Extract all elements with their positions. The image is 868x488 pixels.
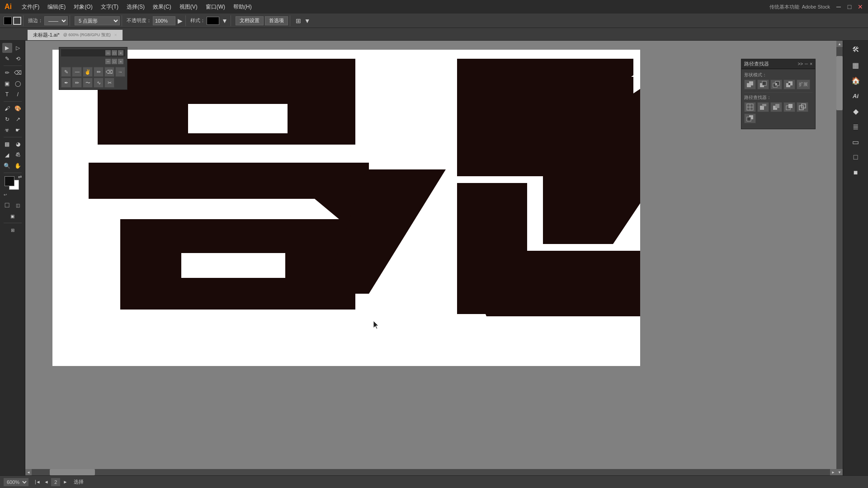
normal-mode-btn[interactable]: □ [2, 200, 12, 210]
scale-tool[interactable]: ↗ [13, 114, 23, 124]
arrangement-icon[interactable]: ⊞ [295, 17, 302, 24]
stroke-type-select[interactable]: —— [44, 16, 68, 25]
float-panel-expand[interactable]: □ [112, 50, 117, 56]
float-panel-close[interactable]: × [118, 50, 123, 56]
brush-tool-6[interactable]: → [115, 67, 125, 77]
artboard-tool[interactable]: ⊞ [8, 225, 18, 235]
float-panel-min2[interactable]: ─ [105, 59, 111, 64]
width-tool[interactable]: ☛ [13, 125, 23, 135]
pen-tool-f[interactable]: ✒ [61, 78, 71, 88]
menu-file[interactable]: 文件(F) [18, 2, 43, 12]
scrollbar-bottom[interactable]: ◄ ► [25, 469, 836, 475]
trim-button[interactable] [757, 102, 769, 112]
brush-tool-2[interactable]: ⸻ [72, 67, 82, 77]
unite-button[interactable] [744, 80, 756, 89]
layers-icon[interactable]: ▦ [849, 58, 863, 72]
menu-select[interactable]: 选择(S) [123, 2, 148, 12]
anchor-tool-f[interactable]: ✏ [72, 78, 82, 88]
menu-effect[interactable]: 效果(C) [149, 2, 175, 12]
smooth-tool-f[interactable]: 〜 [83, 78, 93, 88]
transform-icon[interactable]: ▭ [849, 135, 863, 149]
brush-tool[interactable]: 🖌 [2, 103, 12, 113]
pathfinder-panel-minimize[interactable]: ─ [805, 61, 808, 66]
first-pref-button[interactable]: 首选项 [265, 16, 288, 25]
scrollbar-right[interactable]: ▲ ▼ [836, 41, 843, 475]
pen-tool[interactable]: ✎ [2, 54, 12, 64]
next-page-button[interactable]: ► [62, 479, 68, 484]
swatches-icon[interactable]: ■ [849, 165, 863, 180]
merge-button[interactable] [770, 102, 782, 112]
document-tab[interactable]: 未标题-1.ai* @ 600% (RGB/GPU 预览) × [27, 29, 123, 40]
rect-tool[interactable]: ▣ [2, 79, 12, 89]
scroll-right-button[interactable]: ► [830, 469, 836, 475]
stroke-swatch[interactable] [13, 17, 21, 25]
minimize-button[interactable]: ─ [834, 2, 844, 12]
close-button[interactable]: ✕ [855, 2, 865, 12]
first-page-button[interactable]: |◄ [34, 479, 42, 484]
menu-help[interactable]: 帮助(H) [230, 2, 255, 12]
adobe-stock[interactable]: Adobe Stock [802, 4, 830, 9]
opacity-input[interactable] [153, 16, 175, 25]
line-tool[interactable]: / [13, 89, 23, 99]
eyedropper-tool[interactable]: 🖏 [13, 150, 23, 160]
workspace-label[interactable]: 传统基本功能 [769, 4, 799, 10]
blob-brush-tool[interactable]: 🎨 [13, 103, 23, 113]
warp-tool[interactable]: ☣ [2, 125, 12, 135]
exclude-button[interactable] [783, 80, 795, 89]
reset-colors-icon[interactable]: ↩ [4, 192, 7, 197]
menu-view[interactable]: 视图(V) [176, 2, 201, 12]
libraries-icon[interactable]: 🏠 [849, 73, 863, 88]
arrangement-arrow-icon[interactable]: ▼ [303, 17, 311, 24]
style-arrow-icon[interactable]: ▼ [221, 17, 229, 24]
minus-front-button[interactable] [757, 80, 769, 89]
canvas-area[interactable]: ─ □ × ─ □ × ✎ ⸻ ✌ ✏ ⌫ → [25, 41, 843, 475]
gradient-tool[interactable]: ◢ [2, 150, 12, 160]
eraser-tool[interactable]: ⌫ [13, 68, 23, 78]
swap-colors-icon[interactable]: ⇄ [18, 174, 22, 179]
expand-button[interactable]: 扩展 [797, 80, 810, 89]
path-tool-f[interactable]: ∿ [94, 78, 104, 88]
menu-window[interactable]: 窗口(W) [202, 2, 229, 12]
brush-tool-5[interactable]: ⌫ [104, 67, 114, 77]
style-swatch[interactable] [207, 17, 219, 25]
maximize-button[interactable]: □ [844, 2, 854, 12]
properties-icon[interactable]: 🛠 [849, 42, 863, 57]
zoom-tool[interactable]: 🔍 [2, 161, 12, 171]
foreground-color-swatch[interactable] [5, 176, 14, 186]
scroll-left-button[interactable]: ◄ [25, 469, 32, 475]
lasso-tool[interactable]: ⟲ [13, 54, 23, 64]
pathfinder-icon[interactable]: □ [849, 150, 863, 164]
draw-inside-btn[interactable]: ◫ [13, 200, 23, 210]
scroll-down-button[interactable]: ▼ [836, 469, 843, 475]
outline-button[interactable] [797, 102, 808, 112]
fill-swatch[interactable] [4, 17, 12, 25]
scroll-track-horizontal[interactable] [32, 469, 830, 475]
page-number-input[interactable] [51, 478, 60, 486]
intersect-button[interactable] [770, 80, 782, 89]
text-tool[interactable]: T [2, 89, 12, 99]
menu-object[interactable]: 对象(O) [70, 2, 96, 12]
prev-page-button[interactable]: ◄ [43, 479, 50, 484]
menu-text[interactable]: 文字(T) [97, 2, 122, 12]
zoom-select[interactable]: 600% [4, 478, 28, 486]
scroll-up-button[interactable]: ▲ [836, 41, 843, 47]
appearance-icon[interactable]: ◆ [849, 104, 863, 118]
pencil-tool[interactable]: ✏ [2, 68, 12, 78]
screen-mode-btn[interactable]: ▣ [8, 211, 18, 221]
scroll-thumb-vertical[interactable] [836, 56, 843, 110]
minus-back-button[interactable] [744, 113, 756, 123]
hand-tool[interactable]: ✋ [13, 161, 23, 171]
direct-select-tool[interactable]: ▷ [13, 43, 23, 53]
float-panel-min[interactable]: ─ [105, 50, 111, 56]
brush-tool-1[interactable]: ✎ [61, 67, 71, 77]
brush-select[interactable]: 5 点圆形 [75, 16, 120, 25]
column-graph-tool[interactable]: ▩ [2, 139, 12, 149]
pathfinder-panel-menu[interactable]: >> [797, 61, 803, 66]
pie-chart-tool[interactable]: ◕ [13, 139, 23, 149]
divide-button[interactable] [744, 102, 756, 112]
tab-close-button[interactable]: × [114, 33, 117, 38]
menu-edit[interactable]: 编辑(E) [44, 2, 69, 12]
rotate-tool[interactable]: ↻ [2, 114, 12, 124]
select-tool[interactable]: ▶ [2, 43, 12, 53]
scroll-track-vertical[interactable] [836, 47, 843, 469]
